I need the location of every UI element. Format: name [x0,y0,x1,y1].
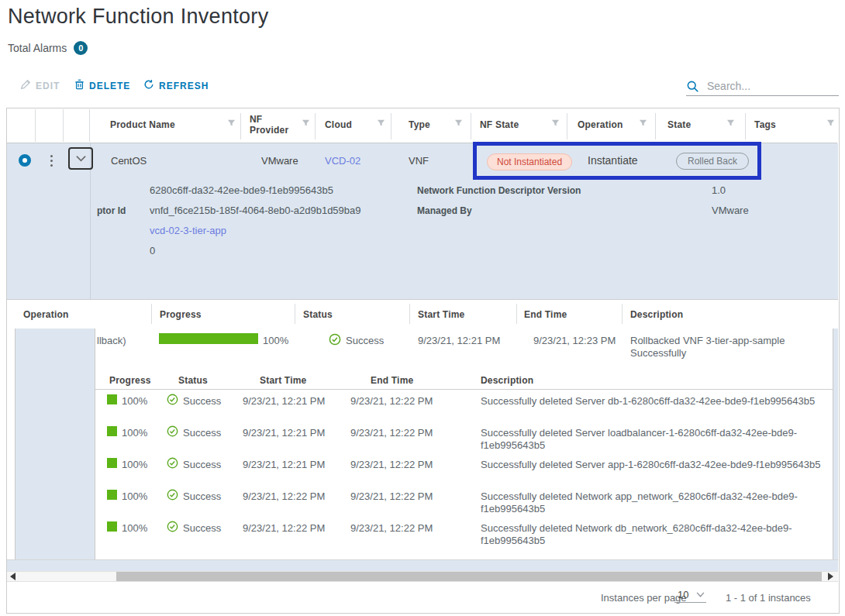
step-description: Successfully deleted Network db_network_… [481,522,822,547]
page-title: Network Function Inventory [8,5,268,29]
per-page-select[interactable]: 10 [674,589,706,603]
expanded-right-gutter [833,329,838,559]
filter-icon-operation[interactable] [639,116,647,130]
expanded-left-gutter [15,329,95,559]
edit-label: EDIT [36,81,60,91]
cell-type: VNF [409,155,429,167]
column-divider [655,113,656,139]
step-progress: 100% [122,427,147,439]
row-select-radio[interactable] [19,154,31,167]
success-icon [167,425,178,440]
step-start-time: 9/23/21, 12:22 PM [243,522,325,534]
header-cloud[interactable]: Cloud [325,119,352,130]
success-icon [167,457,178,472]
step-status: Success [183,490,221,502]
steps-header-end-time: End Time [371,375,413,386]
cell-operation: Instantiate [588,154,638,167]
state-signpost-button[interactable]: Rolled Back [676,153,749,170]
filter-icon-nf-provider[interactable] [302,116,310,130]
header-type[interactable]: Type [409,119,430,130]
step-start-time: 9/23/21, 12:21 PM [243,459,325,470]
detail-managed-by-label: Managed By [417,205,472,216]
column-divider [622,304,623,324]
header-product-name[interactable]: Product Name [110,119,175,130]
header-nf-provider[interactable]: NF Provider [250,114,295,136]
cell-cloud-link[interactable]: VCD-02 [325,155,360,167]
step-end-time: 9/23/21, 12:22 PM [350,427,433,439]
column-divider [89,109,90,142]
refresh-button[interactable]: REFRESH [143,79,209,92]
op-row-operation-clipped: llback) [97,335,126,346]
header-tags[interactable]: Tags [754,119,776,130]
header-state[interactable]: State [667,119,691,130]
header-nf-state[interactable]: NF State [480,119,519,130]
steps-header-divider [95,389,833,390]
detail-managed-by-value: VMware [712,205,749,216]
cell-nf-provider: VMware [261,155,298,167]
column-divider [63,109,64,142]
scrollbar-thumb[interactable] [116,572,822,581]
step-progress-square [107,490,117,500]
step-description: Successfully deleted Network app_network… [481,490,822,515]
step-description: Successfully deleted Server db-1-6280c6f… [481,395,822,408]
column-divider [471,113,471,139]
op-row-description: Rollbacked VNF 3-tier-app-sample Success… [630,335,819,360]
success-icon [167,394,178,408]
detail-nfd-version-value: 1.0 [712,184,726,196]
search-box [686,77,839,96]
ops-header-end-time: End Time [524,309,567,320]
step-progress: 100% [122,459,147,470]
total-alarms-badge: 0 [74,41,88,55]
scroll-right-arrow-icon[interactable] [828,573,833,580]
cell-product-name: CentOS [111,155,147,167]
per-page-label: Instances per page [601,592,687,604]
total-alarms-label: Total Alarms [8,42,67,54]
filter-icon-tags[interactable] [826,116,835,130]
filter-icon-state[interactable] [726,116,735,130]
filter-icon-type[interactable] [454,116,463,130]
op-row-start-time: 9/23/21, 12:21 PM [418,335,500,346]
ops-header-status: Status [303,309,333,320]
column-divider [151,304,152,324]
step-description: Successfully deleted Server loadbalancer… [481,427,822,452]
steps-header-description: Description [481,375,533,386]
refresh-icon [143,79,154,92]
ops-header-operation: Operation [23,309,68,320]
step-progress-square [107,458,117,468]
step-end-time: 9/23/21, 12:22 PM [350,395,433,407]
filter-icon-product-name[interactable] [227,116,236,130]
success-icon [167,521,178,535]
scroll-left-arrow-icon[interactable] [10,573,16,580]
delete-button[interactable]: DELETE [74,79,130,92]
op-row-progress-value: 100% [263,335,288,346]
step-status: Success [183,427,221,439]
column-divider [745,113,746,139]
network-function-inventory-screen: Network Function Inventory Total Alarms … [0,0,845,616]
steps-header-progress: Progress [109,375,151,386]
step-end-time: 9/23/21, 12:22 PM [350,459,433,470]
detail-catalog-link[interactable]: vcd-02-3-tier-app [150,225,226,236]
edit-button[interactable]: EDIT [20,79,60,92]
per-page-value: 10 [678,589,688,601]
detail-id-value: 6280c6ff-da32-42ee-bde9-f1eb995643b5 [150,184,333,196]
op-row-end-time: 9/23/21, 12:23 PM [533,335,616,346]
row-collapse-button[interactable] [68,147,93,170]
delete-label: DELETE [89,81,130,91]
op-row-progress-bar [159,333,258,344]
step-progress-square [107,394,117,404]
header-operation[interactable]: Operation [578,119,623,130]
ops-header-start-time: Start Time [418,309,464,320]
filter-icon-nf-state[interactable] [551,116,560,130]
column-divider [567,113,567,139]
row-actions-kebab-icon[interactable] [49,153,54,168]
column-divider [240,113,241,139]
trash-icon [74,79,84,92]
search-icon [686,80,699,93]
step-end-time: 9/23/21, 12:22 PM [350,490,433,502]
step-progress: 100% [122,490,147,502]
detail-descriptor-id-label: ptor Id [97,205,126,216]
step-description: Successfully deleted Server app-1-6280c6… [481,459,822,471]
filter-icon-cloud[interactable] [377,116,385,130]
step-progress-square [107,426,117,436]
search-input[interactable] [705,79,825,93]
